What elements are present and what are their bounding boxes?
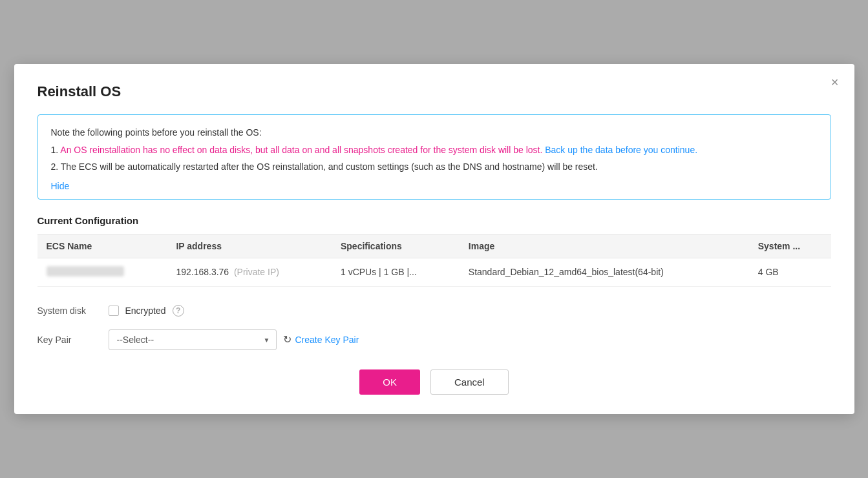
cell-image: Standard_Debian_12_amd64_bios_latest(64-… [460, 258, 749, 286]
help-icon[interactable]: ? [173, 305, 184, 317]
create-key-pair-link[interactable]: ↻ Create Key Pair [283, 333, 359, 346]
cell-ip: 192.168.3.76 (Private IP) [167, 258, 332, 286]
cell-system-disk: 4 GB [749, 258, 831, 286]
cell-ecs-name [37, 258, 167, 286]
col-ecs-name: ECS Name [37, 234, 167, 258]
ok-button[interactable]: OK [359, 369, 420, 395]
notice-intro: Note the following points before you rei… [51, 125, 818, 140]
ip-type: (Private IP) [234, 267, 279, 277]
ip-address: 192.168.3.76 [176, 267, 229, 277]
notice-point1-pre: 1. [51, 145, 61, 155]
modal-overlay: × Reinstall OS Note the following points… [0, 0, 868, 478]
col-image: Image [460, 234, 749, 258]
notice-box: Note the following points before you rei… [37, 114, 831, 199]
key-pair-content: --Select-- ↻ Create Key Pair [109, 329, 831, 350]
refresh-icon: ↻ [283, 333, 291, 346]
notice-warning-text: An OS reinstallation has no effect on da… [60, 145, 542, 155]
col-system-disk: System ... [749, 234, 831, 258]
cancel-button[interactable]: Cancel [430, 369, 509, 395]
col-specifications: Specifications [332, 234, 460, 258]
system-disk-content: Encrypted ? [109, 305, 831, 317]
key-pair-select-wrapper: --Select-- [109, 329, 277, 350]
footer-buttons: OK Cancel [37, 369, 831, 395]
modal-title: Reinstall OS [37, 83, 831, 100]
col-ip-address: IP address [167, 234, 332, 258]
encrypted-checkbox[interactable] [109, 306, 119, 316]
encrypted-label: Encrypted [125, 306, 166, 316]
config-table: ECS Name IP address Specifications Image… [37, 234, 831, 287]
key-pair-label: Key Pair [37, 335, 109, 345]
notice-backup-link[interactable]: Back up the data before you continue. [542, 145, 697, 155]
cell-specs: 1 vCPUs | 1 GB |... [332, 258, 460, 286]
modal-dialog: × Reinstall OS Note the following points… [14, 64, 854, 413]
key-pair-select[interactable]: --Select-- [109, 329, 277, 350]
system-disk-label: System disk [37, 306, 109, 316]
close-button[interactable]: × [831, 76, 839, 88]
table-row: 192.168.3.76 (Private IP) 1 vCPUs | 1 GB… [37, 258, 831, 286]
notice-hide-link[interactable]: Hide [51, 181, 70, 191]
notice-point1: 1. An OS reinstallation has no effect on… [51, 143, 818, 157]
system-disk-row: System disk Encrypted ? [37, 305, 831, 317]
current-config-title: Current Configuration [37, 215, 831, 226]
notice-point2: 2. The ECS will be automatically restart… [51, 160, 818, 174]
key-pair-row: Key Pair --Select-- ↻ Create Key Pair [37, 329, 831, 350]
create-key-pair-label: Create Key Pair [295, 335, 359, 345]
